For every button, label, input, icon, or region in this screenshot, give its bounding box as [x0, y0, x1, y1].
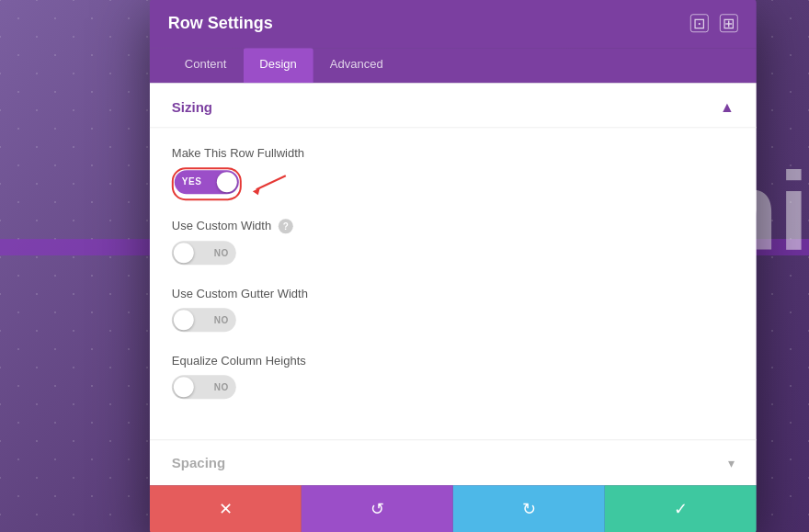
custom-gutter-no-label: NO [214, 315, 229, 325]
fullwidth-toggle[interactable]: YES [175, 170, 239, 194]
sizing-title: Sizing [172, 99, 212, 115]
custom-width-row: Use Custom Width ? NO [172, 219, 735, 269]
equalize-heights-toggle-knob [174, 377, 194, 397]
modal-title: Row Settings [168, 14, 273, 33]
custom-gutter-toggle-knob [174, 310, 194, 330]
modal-tabs: Content Design Advanced [150, 48, 757, 83]
custom-width-no-label: NO [214, 248, 229, 258]
tab-design[interactable]: Design [243, 48, 313, 83]
equalize-heights-toggle[interactable]: NO [172, 375, 236, 399]
spacing-section-header[interactable]: Spacing ▾ [172, 455, 735, 470]
svg-line-0 [256, 175, 286, 189]
custom-width-toggle[interactable]: NO [172, 241, 236, 265]
tab-advanced[interactable]: Advanced [313, 48, 400, 83]
equalize-heights-no-label: NO [214, 382, 229, 392]
reset-button[interactable]: ↺ [302, 485, 453, 532]
modal-body: Sizing ▲ Make This Row Fullwidth YES [150, 83, 757, 486]
sizing-toggle-icon[interactable]: ▲ [720, 99, 735, 116]
modal-header: Row Settings ⊡ ⊞ [150, 0, 757, 48]
redo-button[interactable]: ↻ [453, 485, 605, 532]
fullwidth-toggle-knob [217, 172, 237, 192]
spacing-title: Spacing [172, 455, 225, 470]
spacing-chevron-icon: ▾ [728, 456, 735, 470]
tab-content[interactable]: Content [168, 48, 244, 83]
equalize-heights-row: Equalize Column Heights NO [172, 354, 735, 402]
header-icons: ⊡ ⊞ [690, 14, 738, 32]
custom-gutter-row: Use Custom Gutter Width NO [172, 287, 735, 335]
focus-icon[interactable]: ⊡ [690, 14, 709, 32]
equalize-heights-label: Equalize Column Heights [172, 354, 735, 368]
cancel-button[interactable]: ✕ [150, 485, 302, 532]
fullwidth-toggle-highlight: YES [172, 167, 242, 200]
row-settings-modal: Row Settings ⊡ ⊞ Content Design Advanced… [150, 0, 757, 532]
sizing-form: Make This Row Fullwidth YES [150, 128, 757, 440]
spacing-section: Spacing ▾ [150, 439, 757, 485]
red-arrow-svg [249, 171, 295, 197]
custom-width-help-icon[interactable]: ? [279, 219, 293, 233]
columns-icon[interactable]: ⊞ [720, 14, 738, 32]
custom-gutter-label: Use Custom Gutter Width [172, 287, 735, 300]
fullwidth-label: Make This Row Fullwidth [172, 146, 735, 160]
custom-width-toggle-knob [174, 243, 194, 263]
save-button[interactable]: ✓ [605, 485, 757, 532]
modal-footer: ✕ ↺ ↻ ✓ [150, 485, 757, 532]
sizing-section-header: Sizing ▲ [150, 83, 757, 128]
custom-gutter-toggle[interactable]: NO [172, 308, 236, 332]
fullwidth-row: Make This Row Fullwidth YES [172, 146, 735, 200]
custom-width-label: Use Custom Width ? [172, 219, 735, 234]
fullwidth-toggle-yes-label: YES [182, 176, 202, 187]
arrow-annotation [249, 171, 295, 197]
